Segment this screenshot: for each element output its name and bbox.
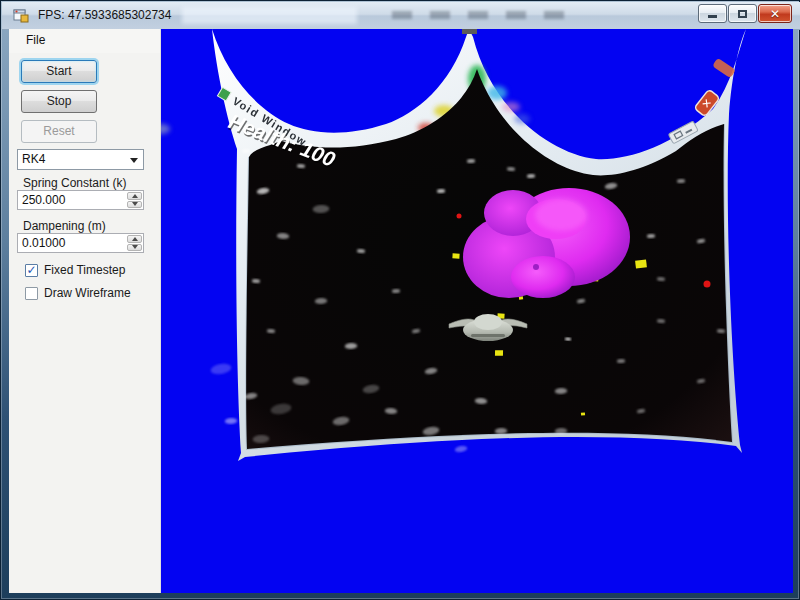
app-window: FPS: 47.5933685302734 ✕ File Start Stop … <box>0 0 800 600</box>
render-viewport[interactable]: Void Window ✕ H <box>161 29 793 593</box>
spin-down-button[interactable] <box>127 244 142 252</box>
spring-constant-field[interactable]: 250.000 <box>17 190 144 210</box>
dampening-value: 0.01000 <box>22 236 65 250</box>
integrator-dropdown[interactable]: RK4 <box>17 149 144 170</box>
window-title: FPS: 47.5933685302734 <box>38 2 171 30</box>
close-button[interactable]: ✕ <box>758 4 792 23</box>
checkbox-box: ✓ <box>25 264 38 277</box>
spring-constant-value: 250.000 <box>22 193 65 207</box>
dampening-field[interactable]: 0.01000 <box>17 233 144 253</box>
stop-button[interactable]: Stop <box>21 90 97 113</box>
menu-bar: File <box>9 29 160 53</box>
reset-button[interactable]: Reset <box>21 120 97 143</box>
fixed-timestep-label: Fixed Timestep <box>44 263 125 277</box>
aero-glass-reflection <box>392 11 577 19</box>
control-panel: File Start Stop Reset RK4 Spring Constan… <box>9 29 161 593</box>
app-icon <box>13 8 29 24</box>
draw-wireframe-label: Draw Wireframe <box>44 286 131 300</box>
spring-constant-label: Spring Constant (k) <box>23 176 126 190</box>
title-bar[interactable]: FPS: 47.5933685302734 ✕ <box>2 2 800 30</box>
close-icon: ✕ <box>770 7 780 21</box>
fixed-timestep-checkbox[interactable]: ✓ Fixed Timestep <box>25 262 125 278</box>
aero-glass-reflection <box>182 7 357 24</box>
spin-down-icon <box>132 245 138 249</box>
check-icon: ✓ <box>26 265 36 275</box>
cloth-simulation-scene: Void Window ✕ H <box>161 29 793 593</box>
dampening-label: Dampening (m) <box>23 219 106 233</box>
client-area: File Start Stop Reset RK4 Spring Constan… <box>9 29 793 593</box>
spin-down-button[interactable] <box>127 201 142 209</box>
draw-wireframe-checkbox[interactable]: Draw Wireframe <box>25 285 131 301</box>
spin-down-icon <box>132 202 138 206</box>
spin-up-icon <box>132 194 138 198</box>
maximize-button[interactable] <box>728 4 757 23</box>
menu-file[interactable]: File <box>19 29 52 51</box>
chevron-down-icon <box>130 158 138 163</box>
maximize-icon <box>738 10 747 18</box>
integrator-value: RK4 <box>22 152 45 166</box>
minimize-button[interactable] <box>698 4 727 23</box>
spin-up-button[interactable] <box>127 192 142 200</box>
minimize-icon <box>708 15 717 18</box>
spin-up-button[interactable] <box>127 235 142 243</box>
spin-up-icon <box>132 237 138 241</box>
start-button[interactable]: Start <box>21 60 97 83</box>
checkbox-box <box>25 287 38 300</box>
cloth-pin-tab <box>462 29 477 34</box>
